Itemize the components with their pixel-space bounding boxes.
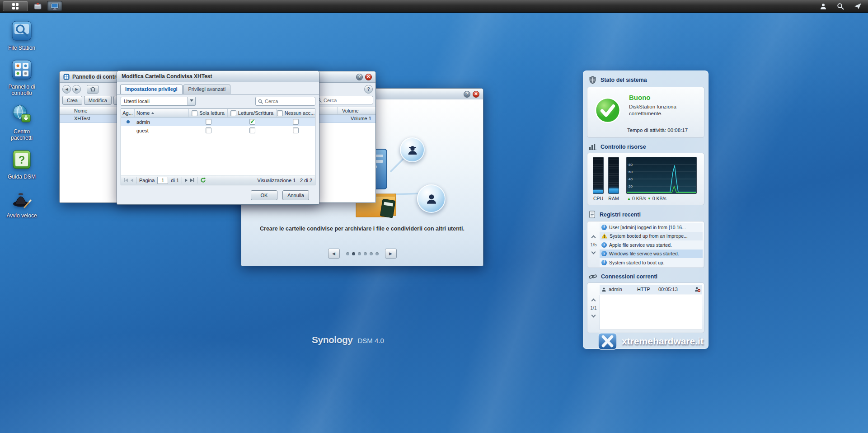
info-icon: i xyxy=(601,242,607,248)
select-all-read-only-checkbox[interactable] xyxy=(192,110,197,116)
connections-page-up-button[interactable] xyxy=(591,298,596,303)
log-entry[interactable]: i User [admin] logged in from [10.16... xyxy=(600,223,703,232)
home-button[interactable] xyxy=(87,85,99,94)
connection-row[interactable]: admin HTTP 00:05:13 xyxy=(600,285,702,294)
connections-page-down-button[interactable] xyxy=(591,313,596,317)
tab-advanced-privileges[interactable]: Privilegi avanzati xyxy=(183,85,231,94)
carousel-dot-active[interactable] xyxy=(352,252,355,255)
desktop-icon-quick-start[interactable]: Avvio veloce xyxy=(3,188,41,219)
log-entry[interactable]: i Apple file service was started. xyxy=(600,240,703,249)
owner-indicator xyxy=(121,118,135,126)
folder-search-input[interactable] xyxy=(324,98,371,103)
column-no-access[interactable]: Nessun acc... xyxy=(277,109,315,117)
svg-text:?: ? xyxy=(19,154,25,166)
kick-connection-icon[interactable] xyxy=(694,287,700,292)
desktop-icon-file-station[interactable]: File Station xyxy=(3,20,41,52)
window-help-button[interactable]: ? xyxy=(464,91,470,98)
search-button[interactable] xyxy=(833,1,848,11)
window-close-button[interactable]: ✕ xyxy=(473,91,479,98)
network-graph: 80604020 xyxy=(626,157,697,194)
tab-privilege-setup[interactable]: Impostazione privilegi xyxy=(120,85,183,94)
log-entry[interactable]: System booted up from an imprope... xyxy=(600,232,703,241)
cancel-button[interactable]: Annulla xyxy=(282,190,309,200)
resource-monitor-header: Controllo risorse xyxy=(583,140,708,152)
column-read-only[interactable]: Sola lettura xyxy=(189,109,228,117)
user-menu-button[interactable] xyxy=(816,1,831,11)
taskbar-app-file-browser[interactable] xyxy=(47,1,62,11)
log-entry-selected[interactable]: i Windows file service was started. xyxy=(600,249,703,259)
carousel-dot[interactable] xyxy=(375,252,379,255)
logs-pager-rail: 1/5 xyxy=(587,221,600,268)
logs-page-down-button[interactable] xyxy=(591,249,596,254)
folder-name: XHTest xyxy=(74,116,90,121)
column-name[interactable]: Nome xyxy=(60,108,87,113)
column-owner[interactable]: Ag... xyxy=(121,109,135,117)
select-all-read-write-checkbox[interactable] xyxy=(230,110,236,116)
next-page-button[interactable] xyxy=(185,179,188,182)
desktop-icon-dsm-help[interactable]: ? Guida DSM xyxy=(3,149,41,180)
desktop-icon-package-center[interactable]: Centro pacchetti xyxy=(3,104,41,141)
ram-meter xyxy=(608,157,619,194)
read-only-checkbox[interactable] xyxy=(206,119,211,125)
user-row-guest[interactable]: guest xyxy=(121,126,315,135)
column-read-write[interactable]: Lettura/Scrittura xyxy=(228,109,277,117)
separator xyxy=(182,177,182,184)
select-all-no-access-checkbox[interactable] xyxy=(277,110,283,116)
user-icon xyxy=(601,287,606,292)
no-access-checkbox[interactable] xyxy=(293,127,299,133)
desktop-icon-label: Pannello di controllo xyxy=(3,84,41,97)
carousel-dot[interactable] xyxy=(346,252,349,255)
window-app-icon xyxy=(63,74,70,80)
logs-page-up-button[interactable] xyxy=(591,235,596,240)
column-volume[interactable]: Volume xyxy=(337,107,376,114)
user-icon xyxy=(820,3,827,10)
carousel-prev-button[interactable]: ◀ xyxy=(328,249,340,259)
carousel-next-button[interactable]: ▶ xyxy=(385,249,397,259)
page-number-input[interactable] xyxy=(157,177,168,184)
main-menu-button[interactable] xyxy=(3,1,28,11)
user-search-box xyxy=(255,97,315,106)
chevron-down-icon xyxy=(188,97,195,105)
window-close-button[interactable]: ✕ xyxy=(365,74,372,80)
connections-list: admin HTTP 00:05:13 xyxy=(600,283,704,333)
user-row-admin[interactable]: admin xyxy=(121,118,315,126)
separator xyxy=(136,177,136,184)
dsm-footer-logo: Synology DSM 4.0 xyxy=(312,334,384,345)
user-source-select[interactable]: Utenti locali xyxy=(121,97,196,106)
read-write-checkbox[interactable] xyxy=(249,127,255,133)
current-connections-header: Connessioni correnti xyxy=(583,270,708,282)
create-button[interactable]: Crea xyxy=(62,96,82,105)
first-page-button[interactable] xyxy=(124,178,128,182)
read-write-checkbox[interactable] xyxy=(249,119,255,125)
owner-indicator xyxy=(121,126,135,135)
carousel-dot[interactable] xyxy=(364,252,367,255)
folder-volume: Volume 1 xyxy=(351,116,371,121)
carousel-dot[interactable] xyxy=(370,252,373,255)
no-access-checkbox[interactable] xyxy=(293,119,299,125)
carousel-dot[interactable] xyxy=(358,252,361,255)
page-label: Pagina xyxy=(139,178,155,183)
log-text: System started to boot up. xyxy=(609,260,701,265)
edit-button[interactable]: Modifica xyxy=(84,96,112,105)
panel-help-button[interactable]: ? xyxy=(364,85,373,94)
user-search-input[interactable] xyxy=(265,99,313,104)
column-name[interactable]: Nome xyxy=(135,109,189,117)
last-page-button[interactable] xyxy=(190,178,194,182)
read-only-checkbox[interactable] xyxy=(206,127,211,133)
ok-button[interactable]: OK xyxy=(251,190,277,200)
cpu-label: CPU xyxy=(593,196,604,201)
forward-button[interactable]: ▶ xyxy=(72,85,81,94)
pilot-view-button[interactable] xyxy=(850,1,865,11)
log-text: User [admin] logged in from [10.16... xyxy=(609,225,701,230)
dialog-titlebar[interactable]: Modifica Cartella Condivisa XHTest xyxy=(117,71,319,82)
previous-page-button[interactable] xyxy=(131,179,133,182)
recent-logs-header: Registri recenti xyxy=(583,207,708,220)
back-button[interactable]: ◀ xyxy=(62,85,71,94)
carousel-dots xyxy=(346,252,379,255)
refresh-icon[interactable] xyxy=(200,177,206,183)
taskbar-app-control-panel[interactable] xyxy=(30,1,45,11)
status-state: Buono xyxy=(629,94,650,101)
log-entry[interactable]: i System started to boot up. xyxy=(600,258,703,267)
desktop-icon-control-panel[interactable]: Pannello di controllo xyxy=(3,59,41,97)
window-help-button[interactable]: ? xyxy=(356,74,363,80)
